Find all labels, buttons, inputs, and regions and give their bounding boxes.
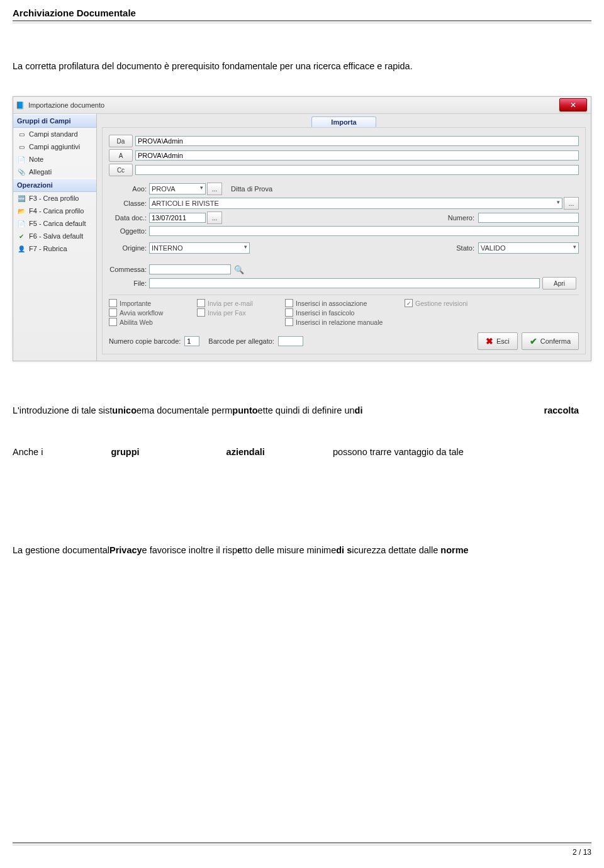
confirm-icon: ✔ — [530, 336, 537, 346]
sidebar-item-allegati[interactable]: 📎Allegati — [13, 166, 96, 178]
origine-label: Origine: — [109, 244, 149, 252]
load-default-icon: 📄 — [17, 219, 26, 228]
footer: 2 / 13 — [13, 842, 591, 857]
conferma-button[interactable]: ✔Conferma — [522, 332, 579, 350]
numero-label: Numero: — [448, 214, 474, 222]
sidebar-item-f4[interactable]: 📂F4 - Carica profilo — [13, 205, 96, 217]
sidebar-item-note[interactable]: 📄Note — [13, 153, 96, 166]
paragraph-gruppi: Anche i gruppi aziendali possono trarre … — [13, 447, 591, 457]
cb-gest-rev: ✓Gestione revisioni — [405, 299, 486, 307]
checkbox-icon — [285, 318, 293, 326]
aoo-label: Aoo: — [109, 185, 149, 193]
stato-label: Stato: — [456, 244, 474, 252]
sidebar-item-f6[interactable]: ✔F6 - Salva default — [13, 230, 96, 242]
attachment-icon: 📎 — [17, 167, 26, 176]
fields-icon: ▭ — [17, 130, 26, 138]
aoo-desc: Ditta di Prova — [231, 185, 272, 193]
checkbox-icon — [285, 308, 293, 317]
commessa-label: Commessa: — [109, 266, 149, 273]
checkbox-icon: ✓ — [405, 299, 413, 307]
aoo-select[interactable]: PROVA — [149, 183, 206, 194]
data-input[interactable] — [149, 213, 206, 223]
da-input[interactable] — [135, 136, 579, 146]
checkbox-icon — [197, 299, 205, 307]
checkbox-icon — [285, 299, 293, 307]
data-label: Data doc.: — [109, 214, 149, 222]
checkbox-icon — [109, 318, 117, 326]
main-panel: Importa Da A Cc Aoo: — [97, 114, 591, 361]
cb-abilita-web[interactable]: Abilita Web — [109, 318, 184, 326]
esci-button[interactable]: ✖Esci — [478, 332, 518, 350]
close-icon[interactable]: ✕ — [559, 98, 587, 111]
cb-importante[interactable]: Importante — [109, 299, 184, 307]
cc-input[interactable] — [135, 165, 579, 175]
oggetto-label: Oggetto: — [109, 227, 149, 235]
checkbox-icon — [109, 308, 117, 317]
sidebar-item-campi-aggiuntivi[interactable]: ▭Campi aggiuntivi — [13, 140, 96, 153]
app-window: 📘 Importazione documento ✕ Gruppi di Cam… — [13, 96, 591, 361]
cb-ins-rel[interactable]: Inserisci in relazione manuale — [285, 318, 392, 326]
fields-plus-icon: ▭ — [17, 142, 26, 151]
page-number: 2 / 13 — [13, 848, 591, 857]
cb-invia-email: Invia per e-mail — [197, 299, 272, 307]
checkbox-icon — [197, 308, 205, 317]
new-profile-icon: 🆕 — [17, 194, 26, 203]
num-copie-label: Numero copie barcode: — [109, 337, 181, 345]
sidebar-header-gruppi: Gruppi di Campi — [13, 114, 96, 128]
window-title: Importazione documento — [28, 101, 104, 109]
bcode-alleg-input[interactable] — [278, 336, 303, 346]
note-icon: 📄 — [17, 155, 26, 164]
intro-paragraph: La corretta profilatura del documento è … — [13, 61, 591, 71]
oggetto-input[interactable] — [149, 226, 579, 236]
tab-importa[interactable]: Importa — [311, 116, 376, 127]
sidebar-item-f5[interactable]: 📄F5 - Carica default — [13, 217, 96, 230]
stato-select[interactable]: VALIDO — [478, 242, 579, 254]
contacts-icon: 👤 — [17, 244, 26, 253]
cb-ins-fasc[interactable]: Inserisci in fascicolo — [285, 308, 392, 317]
data-picker-button[interactable]: ... — [207, 211, 222, 224]
save-default-icon: ✔ — [17, 232, 26, 240]
sidebar-header-operazioni: Operazioni — [13, 178, 96, 192]
cancel-icon: ✖ — [486, 336, 493, 346]
classe-label: Classe: — [109, 200, 149, 207]
commessa-input[interactable] — [149, 264, 231, 274]
file-label: File: — [109, 279, 149, 287]
a-button[interactable]: A — [109, 149, 133, 162]
paragraph-sistema: L'introduzione di tale sistunicoema docu… — [13, 405, 591, 415]
titlebar: 📘 Importazione documento ✕ — [13, 97, 591, 114]
da-button[interactable]: Da — [109, 135, 133, 147]
origine-select[interactable]: INTERNO — [149, 242, 250, 254]
document-header: Archiviazione Documentale — [13, 8, 591, 23]
a-input[interactable] — [135, 150, 579, 161]
bcode-alleg-label: Barcode per allegato: — [208, 337, 274, 345]
cb-ins-assoc[interactable]: Inserisci in associazione — [285, 299, 392, 307]
paragraph-privacy: La gestione documentalPrivacye favorisce… — [13, 545, 591, 555]
cb-invia-fax: Invia per Fax — [197, 308, 272, 317]
apri-button[interactable]: Apri — [542, 277, 576, 290]
sidebar-item-f7[interactable]: 👤F7 - Rubrica — [13, 242, 96, 255]
file-input[interactable] — [149, 278, 540, 288]
commessa-search-icon[interactable]: 🔍 — [232, 264, 246, 275]
checkbox-icon — [109, 299, 117, 307]
sidebar-item-f3[interactable]: 🆕F3 - Crea profilo — [13, 192, 96, 205]
sidebar: Gruppi di Campi ▭Campi standard ▭Campi a… — [13, 114, 97, 361]
numero-input[interactable] — [478, 213, 579, 223]
book-icon: 📘 — [16, 101, 25, 110]
classe-select[interactable]: ARTICOLI E RIVISTE — [149, 198, 562, 209]
aoo-picker-button[interactable]: ... — [207, 183, 222, 195]
sidebar-item-campi-standard[interactable]: ▭Campi standard — [13, 128, 96, 140]
load-profile-icon: 📂 — [17, 206, 26, 215]
cb-avvia-wf[interactable]: Avvia workflow — [109, 308, 184, 317]
cc-button[interactable]: Cc — [109, 164, 133, 176]
num-copie-input[interactable] — [184, 336, 199, 346]
classe-picker-button[interactable]: ... — [564, 197, 579, 210]
